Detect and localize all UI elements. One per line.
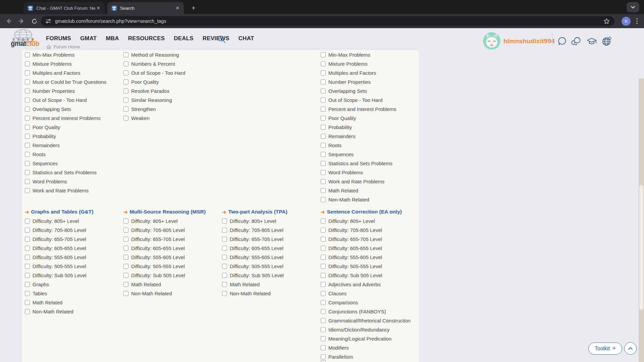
tag-checkbox[interactable] [25, 98, 30, 103]
tag-label[interactable]: Statistics and Sets Problems [33, 170, 97, 175]
tag-checkbox[interactable] [321, 161, 326, 166]
tag-checkbox[interactable] [25, 264, 30, 269]
tag-label[interactable]: Word Problems [328, 170, 363, 175]
tag-label[interactable]: Method of Reasoning [131, 52, 179, 58]
toolkit-button[interactable]: Toolkit + [588, 343, 622, 355]
tag-label[interactable]: Math Related [131, 282, 161, 287]
tag-checkbox[interactable] [321, 246, 326, 251]
scroll-to-top-button[interactable] [624, 342, 637, 355]
tag-checkbox[interactable] [321, 188, 326, 193]
tag-checkbox[interactable] [123, 264, 128, 269]
tag-label[interactable]: Difficulty: 805+ Level [230, 218, 276, 224]
tag-label[interactable]: Non-Math Related [131, 291, 172, 296]
tag-label[interactable]: Multiples and Factors [33, 70, 80, 76]
url-bar[interactable]: gmatclub.com/forum/search.php?view=searc… [41, 16, 614, 26]
tag-label[interactable]: Out of Scope - Too Hard [328, 97, 382, 103]
tag-label[interactable]: Mixture Problems [33, 61, 72, 67]
tag-label[interactable]: Difficulty: 655-705 Level [33, 236, 86, 242]
tag-checkbox[interactable] [25, 88, 30, 94]
tag-checkbox[interactable] [222, 291, 227, 296]
tag-checkbox[interactable] [25, 79, 30, 84]
tag-label[interactable]: Difficulty: 705-805 Level [131, 227, 185, 233]
tag-checkbox[interactable] [321, 318, 326, 323]
breadcrumb[interactable]: Forum Home [46, 44, 80, 49]
tag-label[interactable]: Remainders [33, 142, 60, 148]
nav-forums[interactable]: FORUMS [46, 35, 71, 42]
tag-label[interactable]: Difficulty: 805+ Level [328, 218, 375, 224]
tag-checkbox[interactable] [25, 188, 30, 193]
tag-label[interactable]: Idioms/Diction/Redundancy [328, 327, 390, 333]
tag-label[interactable]: Difficulty: 605-655 Level [328, 245, 382, 251]
tag-label[interactable]: Difficulty: 505-555 Level [33, 263, 86, 269]
tag-label[interactable]: Difficulty: 705-805 Level [328, 227, 382, 233]
globe-icon[interactable] [601, 36, 612, 47]
tag-checkbox[interactable] [321, 170, 326, 175]
tag-checkbox[interactable] [321, 282, 326, 287]
tag-label[interactable]: Out of Scope - Too Hard [131, 70, 185, 76]
tag-label[interactable]: Overlapping Sets [328, 88, 367, 94]
tag-checkbox[interactable] [25, 282, 30, 287]
tag-checkbox[interactable] [321, 88, 326, 94]
tag-checkbox[interactable] [222, 282, 227, 287]
tag-label[interactable]: Difficulty: 605-655 Level [230, 245, 283, 251]
user-avatar[interactable] [483, 32, 500, 50]
tag-checkbox[interactable] [123, 88, 128, 94]
tag-label[interactable]: Difficulty: Sub 505 Level [33, 273, 87, 278]
tag-checkbox[interactable] [321, 79, 326, 84]
tag-checkbox[interactable] [123, 291, 128, 296]
tag-checkbox[interactable] [25, 107, 30, 112]
tag-label[interactable]: Parallelism [328, 354, 353, 360]
tag-checkbox[interactable] [321, 327, 326, 332]
tag-label[interactable]: Difficulty: Sub 505 Level [328, 273, 382, 278]
tab-search[interactable]: Search ✕ [107, 2, 184, 14]
tag-checkbox[interactable] [25, 273, 30, 278]
tag-label[interactable]: Modifiers [328, 345, 349, 351]
tag-label[interactable]: Roots [328, 142, 341, 148]
tag-label[interactable]: Math Related [33, 300, 62, 305]
tag-label[interactable]: Non-Math Related [230, 291, 271, 296]
tag-label[interactable]: Roots [33, 152, 46, 157]
tag-checkbox[interactable] [25, 152, 30, 157]
tag-label[interactable]: Difficulty: Sub 505 Level [131, 273, 185, 278]
browser-profile-avatar[interactable]: h [622, 17, 631, 26]
tag-label[interactable]: Difficulty: 555-605 Level [328, 254, 382, 260]
tag-checkbox[interactable] [321, 143, 326, 148]
url-text[interactable]: gmatclub.com/forum/search.php?view=searc… [55, 18, 603, 24]
tag-label[interactable]: Comparisons [328, 300, 358, 305]
tag-checkbox[interactable] [123, 273, 128, 278]
tag-checkbox[interactable] [321, 228, 326, 233]
tag-checkbox[interactable] [222, 273, 227, 278]
tag-checkbox[interactable] [321, 291, 326, 296]
tag-label[interactable]: Min-Max Problems [33, 52, 74, 58]
tag-checkbox[interactable] [25, 179, 30, 184]
tag-checkbox[interactable] [321, 273, 326, 278]
tag-label[interactable]: Difficulty: 605-655 Level [131, 245, 185, 251]
breadcrumb-label[interactable]: Forum Home [54, 44, 80, 49]
tab-close-icon[interactable]: ✕ [174, 5, 180, 11]
tag-checkbox[interactable] [222, 246, 227, 251]
new-tab-button[interactable]: + [189, 3, 199, 13]
nav-mba[interactable]: MBA [106, 35, 119, 42]
username[interactable]: himnshudixit994 [503, 38, 555, 45]
nav-deals[interactable]: DEALS [174, 35, 194, 42]
tag-label[interactable]: Difficulty: 555-605 Level [33, 254, 86, 260]
tag-label[interactable]: Sequences [33, 161, 58, 166]
tag-checkbox[interactable] [321, 300, 326, 305]
tag-checkbox[interactable] [25, 52, 30, 57]
tag-label[interactable]: Number Properties [328, 79, 371, 85]
forum-bubbles-icon[interactable] [571, 36, 582, 47]
tag-label[interactable]: Strengthen [131, 106, 156, 112]
tag-label[interactable]: Out of Scope - Too Hard [33, 97, 87, 103]
tag-checkbox[interactable] [25, 291, 30, 296]
tag-checkbox[interactable] [321, 219, 326, 224]
tag-label[interactable]: Conjunctions (FANBOYS) [328, 309, 386, 314]
tag-checkbox[interactable] [321, 134, 326, 139]
search-icon[interactable] [217, 35, 226, 44]
tag-label[interactable]: Probability [328, 124, 352, 130]
tag-label[interactable]: Difficulty: 605-655 Level [33, 245, 86, 251]
tag-checkbox[interactable] [321, 360, 326, 362]
tag-checkbox[interactable] [321, 179, 326, 184]
tag-label[interactable]: Difficulty: 655-705 Level [328, 236, 382, 242]
tag-label[interactable]: Difficulty: 655-705 Level [131, 236, 185, 242]
scrollbar-thumb[interactable] [639, 185, 643, 310]
